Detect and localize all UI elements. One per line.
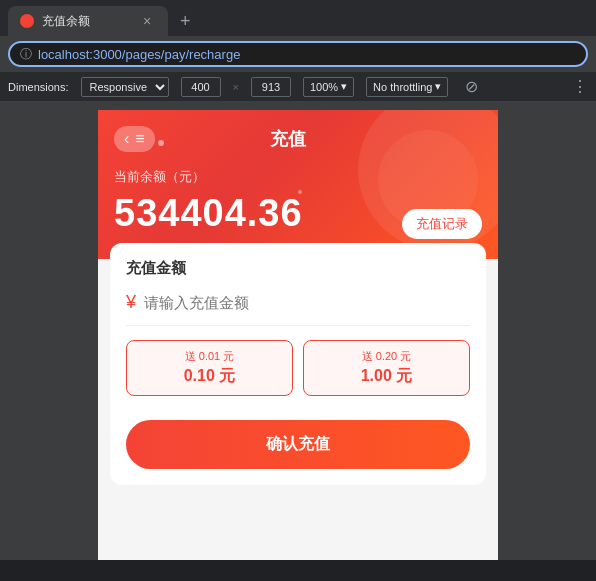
tab-title: 充值余额 [42, 13, 90, 30]
tab-bar: 充值余额 × + [0, 0, 596, 36]
decoration-dot-1 [158, 140, 164, 146]
confirm-recharge-button[interactable]: 确认充值 [126, 420, 470, 469]
preset-amounts: 送 0.01 元 0.10 元 送 0.20 元 1.00 元 [126, 340, 470, 396]
page-viewport: ‹ ≡ 充值 当前余额（元） 534404.36 充值记录 充值金额 ¥ [98, 110, 498, 560]
browser-chrome: 充值余额 × + ⓘ localhost:3000/pages/pay/rech… [0, 0, 596, 102]
zoom-button[interactable]: 100% ▾ [303, 77, 354, 97]
tab-close-button[interactable]: × [138, 12, 156, 30]
dimension-separator: × [233, 81, 239, 93]
address-bar-row: ⓘ localhost:3000/pages/pay/recharge [0, 36, 596, 72]
recharge-record-button[interactable]: 充值记录 [402, 209, 482, 239]
header-top-row: ‹ ≡ 充值 [114, 126, 482, 152]
throttle-label: No throttling [373, 81, 432, 93]
dimensions-label: Dimensions: [8, 81, 69, 93]
balance-label: 当前余额（元） [114, 168, 482, 186]
amount-input-row: ¥ [126, 292, 470, 326]
preset-price-1: 1.00 元 [314, 366, 459, 387]
back-icon: ‹ [124, 130, 129, 148]
new-tab-button[interactable]: + [172, 7, 199, 36]
preset-bonus-1: 送 0.20 元 [314, 349, 459, 364]
preset-button-1[interactable]: 送 0.20 元 1.00 元 [303, 340, 470, 396]
devtools-bar: Dimensions: Responsive × 100% ▾ No throt… [0, 72, 596, 102]
app-container: ‹ ≡ 充值 当前余额（元） 534404.36 充值记录 充值金额 ¥ [98, 110, 498, 560]
menu-icon: ≡ [135, 130, 144, 148]
card-section: 充值金额 ¥ 送 0.01 元 0.10 元 送 0.20 元 1.00 元 确 [110, 243, 486, 485]
url-text: localhost:3000/pages/pay/recharge [38, 47, 240, 62]
throttle-arrow: ▾ [435, 80, 441, 93]
throttle-button[interactable]: No throttling ▾ [366, 77, 448, 97]
more-options-button[interactable]: ⋮ [572, 77, 588, 96]
zoom-value: 100% [310, 81, 338, 93]
height-input[interactable] [251, 77, 291, 97]
active-tab[interactable]: 充值余额 × [8, 6, 168, 36]
amount-input[interactable] [144, 294, 470, 311]
touch-toggle-button[interactable]: ⊘ [460, 76, 482, 98]
preset-bonus-0: 送 0.01 元 [137, 349, 282, 364]
page-title: 充值 [155, 127, 422, 151]
lock-icon: ⓘ [20, 46, 32, 63]
responsive-select[interactable]: Responsive [81, 77, 169, 97]
address-bar[interactable]: ⓘ localhost:3000/pages/pay/recharge [8, 41, 588, 67]
nav-back-button[interactable]: ‹ ≡ [114, 126, 155, 152]
tab-favicon [20, 14, 34, 28]
section-title: 充值金额 [126, 259, 470, 278]
preset-price-0: 0.10 元 [137, 366, 282, 387]
preset-button-0[interactable]: 送 0.01 元 0.10 元 [126, 340, 293, 396]
width-input[interactable] [181, 77, 221, 97]
viewport-wrapper: ‹ ≡ 充值 当前余额（元） 534404.36 充值记录 充值金额 ¥ [0, 102, 596, 560]
header-banner: ‹ ≡ 充值 当前余额（元） 534404.36 充值记录 [98, 110, 498, 259]
zoom-arrow: ▾ [341, 80, 347, 93]
yuan-symbol: ¥ [126, 292, 136, 313]
